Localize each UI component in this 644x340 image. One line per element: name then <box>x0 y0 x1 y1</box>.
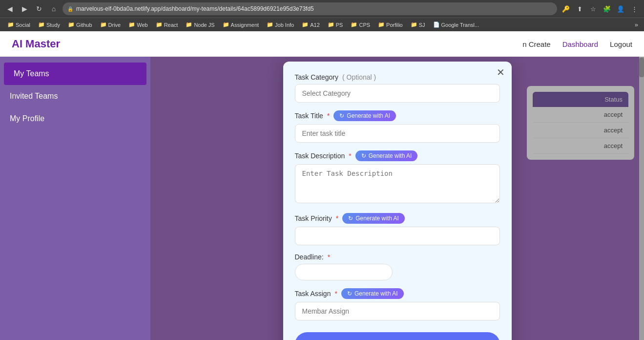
folder-icon: 📁 <box>38 21 45 28</box>
folder-icon: 📁 <box>156 21 163 28</box>
app-wrapper: AI Master n Create Dashboard Logout My T… <box>0 31 644 340</box>
nav-create[interactable]: n Create <box>522 40 551 48</box>
nav-dashboard[interactable]: Dashboard <box>562 40 598 48</box>
folder-icon: 📁 <box>68 21 75 28</box>
task-description-input[interactable] <box>295 164 500 203</box>
top-nav: AI Master n Create Dashboard Logout <box>0 31 644 57</box>
url-bar[interactable]: 🔒 marvelous-elf-0bda0a.netlify.app/dashb… <box>62 2 557 15</box>
modal-overlay: ✕ Task Category ( Optional ) Task Titl <box>150 57 644 340</box>
deadline-input[interactable]: 13/07/2023 <box>295 264 393 280</box>
task-description-label: Task Description * ↻ Generate with AI <box>295 150 500 161</box>
folder-icon: 📁 <box>100 21 107 28</box>
bookmark-jobinfo[interactable]: 📁 Job Info <box>263 21 297 29</box>
bookmark-drive[interactable]: 📁 Drive <box>97 21 125 29</box>
sidebar-item-invited-teams[interactable]: Invited Teams <box>0 85 150 107</box>
star-icon[interactable]: ☆ <box>587 3 599 15</box>
browser-actions: 🔑 ⬆ ☆ 🧩 👤 ⋮ <box>560 3 640 15</box>
bookmark-label: Web <box>137 22 147 28</box>
bookmark-label: Social <box>16 22 30 28</box>
task-priority-group: Task Priority * ↻ Generate with AI 1 <box>295 213 500 245</box>
folder-icon: 📁 <box>328 21 334 28</box>
optional-label: ( Optional ) <box>342 73 376 81</box>
spin-icon: ↻ <box>348 215 353 222</box>
required-marker: * <box>336 214 338 222</box>
deadline-group: Deadline: * 13/07/2023 <box>295 253 500 280</box>
forward-button[interactable]: ▶ <box>19 3 30 15</box>
bookmark-github[interactable]: 📁 Github <box>64 21 95 29</box>
task-category-label: Task Category ( Optional ) <box>295 73 500 81</box>
bookmarks-more-button[interactable]: » <box>633 20 640 29</box>
share-icon[interactable]: ⬆ <box>574 3 585 15</box>
bookmark-label: Study <box>46 22 60 28</box>
doc-icon: 📄 <box>433 21 440 28</box>
bookmark-sj[interactable]: 📁 SJ <box>407 21 429 29</box>
folder-icon: 📁 <box>223 21 229 28</box>
task-category-input[interactable] <box>295 84 500 103</box>
bookmark-react[interactable]: 📁 React <box>152 21 182 29</box>
bookmark-ps[interactable]: 📁 PS <box>324 21 347 29</box>
back-button[interactable]: ◀ <box>4 3 16 15</box>
folder-icon: 📁 <box>378 21 385 28</box>
spin-icon: ↻ <box>361 152 366 159</box>
app-logo: AI Master <box>12 38 60 50</box>
folder-icon: 📁 <box>411 21 417 28</box>
bookmark-cps[interactable]: 📁 CPS <box>347 21 374 29</box>
content-area: ated yet! Status accept accept accept <box>150 57 644 340</box>
refresh-button[interactable]: ↻ <box>33 3 45 15</box>
folder-icon: 📁 <box>128 21 135 28</box>
bookmark-label: SJ <box>419 22 425 28</box>
bookmark-label: Assignment <box>231 22 259 28</box>
folder-icon: 📁 <box>302 21 309 28</box>
bookmarks-bar: 📁 Social 📁 Study 📁 Github 📁 Drive 📁 Web … <box>0 18 644 31</box>
folder-icon: 📁 <box>186 21 192 28</box>
task-assign-group: Task Assign * ↻ Generate with AI <box>295 288 500 320</box>
create-task-modal: ✕ Task Category ( Optional ) Task Titl <box>283 62 512 340</box>
bookmark-web[interactable]: 📁 Web <box>125 21 151 29</box>
url-text: marvelous-elf-0bda0a.netlify.app/dashboa… <box>76 5 314 12</box>
bookmark-googletransl[interactable]: 📄 Google Transl... <box>430 21 483 29</box>
bookmark-assignment[interactable]: 📁 Assignment <box>219 21 262 29</box>
modal-close-button[interactable]: ✕ <box>497 67 505 77</box>
bookmark-social[interactable]: 📁 Social <box>4 21 34 29</box>
folder-icon: 📁 <box>351 21 357 28</box>
lock-icon: 🔒 <box>67 6 73 12</box>
task-title-group: Task Title * ↻ Generate with AI <box>295 110 500 143</box>
bookmark-label: Job Info <box>275 22 294 28</box>
task-assign-input[interactable] <box>295 302 500 320</box>
task-priority-input[interactable]: 1 <box>295 227 500 245</box>
create-task-button[interactable]: Create Task <box>295 332 500 340</box>
bookmark-study[interactable]: 📁 Study <box>35 21 63 29</box>
generate-description-button[interactable]: ↻ Generate with AI <box>355 150 418 161</box>
folder-icon: 📁 <box>267 21 273 28</box>
bookmark-porfilio[interactable]: 📁 Porfilio <box>374 21 406 29</box>
generate-priority-button[interactable]: ↻ Generate with AI <box>342 213 405 224</box>
generate-assign-button[interactable]: ↻ Generate with AI <box>341 288 404 299</box>
profile-icon[interactable]: 👤 <box>615 3 626 15</box>
bookmark-label: Google Transl... <box>441 22 479 28</box>
generate-title-button[interactable]: ↻ Generate with AI <box>333 110 396 121</box>
deadline-label: Deadline: * <box>295 253 500 261</box>
task-description-group: Task Description * ↻ Generate with AI <box>295 150 500 205</box>
folder-icon: 📁 <box>7 21 14 28</box>
spin-icon: ↻ <box>347 290 352 297</box>
sidebar-item-my-profile[interactable]: My Profile <box>0 107 150 130</box>
sidebar-label-my-teams: My Teams <box>14 69 49 78</box>
browser-chrome: ◀ ▶ ↻ ⌂ 🔒 marvelous-elf-0bda0a.netlify.a… <box>0 0 644 18</box>
bookmark-label: CPS <box>359 22 370 28</box>
key-icon[interactable]: 🔑 <box>560 3 572 15</box>
task-category-group: Task Category ( Optional ) <box>295 73 500 103</box>
nav-links: n Create Dashboard Logout <box>522 40 632 48</box>
task-assign-label: Task Assign * ↻ Generate with AI <box>295 288 500 299</box>
bookmark-a12[interactable]: 📁 A12 <box>298 21 323 29</box>
sidebar-item-my-teams[interactable]: My Teams <box>4 63 146 85</box>
task-priority-label: Task Priority * ↻ Generate with AI <box>295 213 500 224</box>
menu-icon[interactable]: ⋮ <box>628 3 640 15</box>
task-title-input[interactable] <box>295 124 500 143</box>
bookmark-label: A12 <box>310 22 320 28</box>
nav-logout[interactable]: Logout <box>610 40 632 48</box>
required-marker: * <box>349 152 351 160</box>
home-button[interactable]: ⌂ <box>48 3 60 15</box>
required-marker: * <box>327 112 330 120</box>
extension-icon[interactable]: 🧩 <box>601 3 613 15</box>
bookmark-nodejs[interactable]: 📁 Node JS <box>182 21 218 29</box>
